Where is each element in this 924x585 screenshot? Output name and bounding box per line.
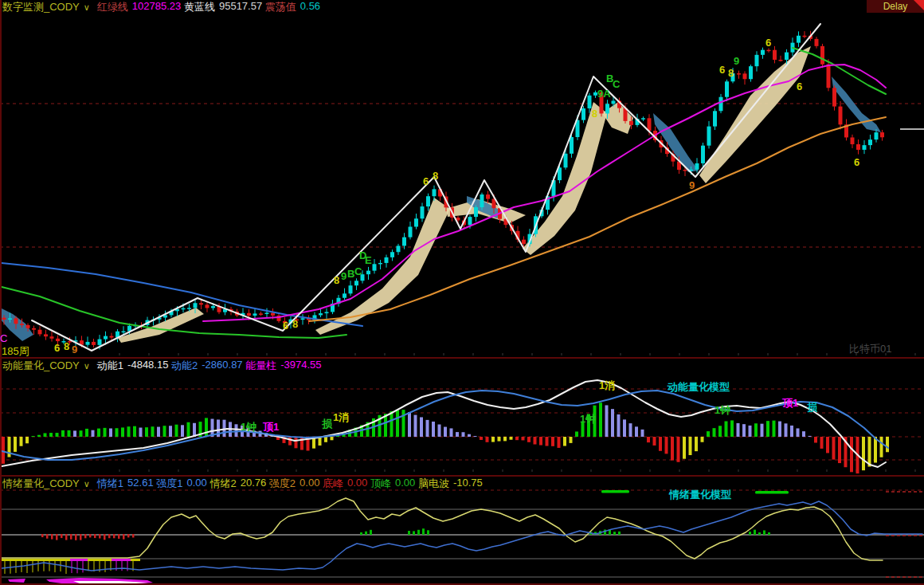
svg-text:8: 8	[433, 170, 438, 182]
indicator: 强度20.00	[269, 477, 320, 491]
indicator: 情绪220.76	[209, 477, 266, 491]
svg-text:6: 6	[765, 37, 771, 49]
svg-text:损: 损	[321, 418, 333, 430]
indicator: 动能1-4848.15	[97, 359, 169, 373]
indicator: 脑电波-10.75	[418, 477, 483, 491]
indicator: 顶峰0.00	[370, 477, 415, 491]
svg-text:6: 6	[423, 175, 429, 187]
charts-canvas[interactable]: 6896889BCDE6889ABC96896661钟顶1损1消1钟1消动能量化…	[0, 0, 924, 585]
svg-text:9: 9	[341, 270, 346, 282]
svg-text:1消: 1消	[333, 411, 349, 423]
svg-text:1钟: 1钟	[580, 413, 596, 425]
momentum-indicator-values: 动能1-4848.15 动能2-2860.87 能量柱-3974.55	[97, 359, 322, 373]
indicator: 红绿线102785.23	[97, 0, 181, 14]
momentum-panel-header: 动能量化_CODY∨ 动能1-4848.15 动能2-2860.87 能量柱-3…	[2, 359, 322, 372]
price-panel-title[interactable]: 数字监测_CODY	[2, 0, 80, 14]
svg-text:1消: 1消	[599, 379, 615, 391]
svg-text:6: 6	[797, 80, 802, 92]
alert-triangle-icon	[914, 0, 924, 10]
svg-text:C: C	[354, 265, 362, 277]
indicator: 强度10.00	[156, 477, 207, 491]
chevron-down-icon[interactable]: ∨	[84, 2, 90, 13]
svg-text:6: 6	[54, 342, 60, 354]
svg-text:B: B	[347, 268, 354, 280]
chevron-down-icon[interactable]: ∨	[84, 361, 90, 371]
delay-label: Delay	[883, 1, 908, 12]
indicator: 底峰0.00	[323, 477, 367, 491]
svg-text:8: 8	[728, 67, 734, 79]
price-panel-header: 数字监测_CODY∨ 红绿线102785.23 黄蓝线95517.57 震荡值0…	[2, 1, 320, 14]
svg-text:8: 8	[292, 318, 298, 330]
indicator: 动能2-2860.87	[171, 359, 243, 373]
svg-text:E: E	[365, 254, 372, 266]
svg-text:6: 6	[719, 64, 725, 76]
sentiment-indicator-values: 情绪152.61 强度10.00 情绪220.76 强度20.00 底峰0.00…	[97, 477, 483, 491]
svg-text:8: 8	[592, 108, 597, 120]
sentiment-panel-header: 情绪量化_CODY∨ 情绪152.61 强度10.00 情绪220.76 强度2…	[2, 477, 483, 490]
svg-text:情绪量化模型: 情绪量化模型	[668, 489, 731, 501]
svg-text:9: 9	[734, 55, 739, 67]
corner-label: C	[0, 332, 7, 344]
indicator: 震荡值0.56	[265, 0, 320, 14]
watermark: 比特币01	[849, 342, 891, 356]
chevron-down-icon[interactable]: ∨	[84, 479, 90, 489]
trading-terminal: 6896889BCDE6889ABC96896661钟顶1损1消1钟1消动能量化…	[0, 0, 924, 585]
period-label: 185周	[2, 344, 29, 359]
svg-text:9: 9	[72, 344, 77, 355]
svg-text:9: 9	[689, 179, 695, 191]
svg-text:顶1: 顶1	[263, 421, 279, 433]
svg-text:8: 8	[334, 274, 339, 286]
svg-text:损: 损	[806, 401, 818, 413]
momentum-panel-title[interactable]: 动能量化_CODY	[2, 359, 80, 373]
svg-text:6: 6	[854, 156, 859, 168]
svg-text:动能量化模型: 动能量化模型	[667, 381, 730, 393]
svg-text:1钟: 1钟	[715, 404, 730, 416]
indicator: 黄蓝线95517.57	[184, 0, 262, 14]
left-border	[0, 0, 2, 585]
indicator: 情绪152.61	[97, 477, 154, 491]
svg-text:8: 8	[64, 340, 69, 352]
svg-text:1钟: 1钟	[241, 421, 256, 433]
svg-text:6: 6	[283, 320, 288, 332]
svg-text:9A: 9A	[597, 88, 611, 100]
svg-text:C: C	[613, 78, 621, 90]
sentiment-panel-title[interactable]: 情绪量化_CODY	[2, 477, 80, 491]
price-indicator-values: 红绿线102785.23 黄蓝线95517.57 震荡值0.56	[97, 0, 320, 14]
svg-text:顶1: 顶1	[782, 397, 798, 409]
indicator: 能量柱-3974.55	[245, 359, 321, 373]
